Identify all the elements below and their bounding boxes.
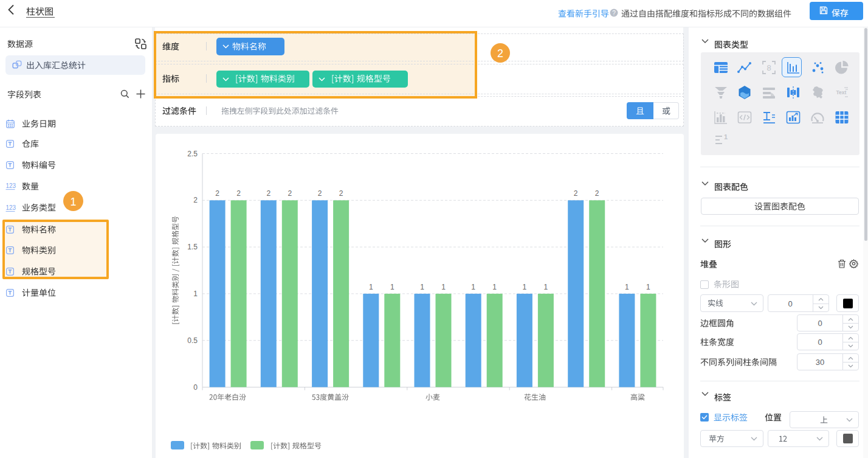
svg-text:1: 1: [523, 283, 527, 291]
svg-text:1: 1: [544, 283, 548, 291]
svg-text:2.5: 2.5: [187, 150, 198, 158]
svg-text:2: 2: [193, 196, 198, 204]
svg-text:1: 1: [193, 290, 198, 298]
svg-text:8: 8: [767, 63, 771, 72]
svg-text:123: 123: [6, 204, 16, 211]
svg-text:2: 2: [236, 189, 241, 198]
svg-text:1: 1: [70, 195, 76, 207]
svg-text:2: 2: [288, 189, 292, 198]
svg-text:1: 1: [625, 283, 629, 291]
svg-text:123: 123: [6, 182, 16, 189]
svg-text:1.5: 1.5: [187, 243, 198, 251]
svg-text:0.5: 0.5: [187, 336, 198, 345]
svg-text:1: 1: [723, 133, 727, 141]
svg-text:2: 2: [497, 47, 503, 60]
svg-text:1: 1: [390, 283, 394, 291]
svg-text:2: 2: [574, 189, 578, 198]
svg-text:2: 2: [266, 189, 270, 198]
svg-text:0: 0: [788, 299, 792, 308]
svg-text:2: 2: [215, 189, 219, 198]
svg-text:1: 1: [471, 283, 475, 291]
svg-text:0: 0: [818, 319, 822, 328]
svg-text:1: 1: [441, 283, 446, 291]
svg-text:30: 30: [815, 358, 824, 367]
svg-text:?: ?: [612, 10, 616, 16]
svg-text:1: 1: [492, 283, 497, 291]
svg-text:2: 2: [595, 189, 599, 198]
svg-text:1: 1: [420, 283, 424, 291]
svg-text:Text: Text: [836, 89, 847, 95]
svg-text:1: 1: [646, 283, 650, 291]
svg-text:2: 2: [339, 189, 343, 198]
svg-text:2: 2: [318, 189, 322, 198]
svg-text:1: 1: [369, 283, 373, 291]
svg-text:0: 0: [193, 383, 198, 392]
svg-text:0: 0: [818, 338, 822, 347]
